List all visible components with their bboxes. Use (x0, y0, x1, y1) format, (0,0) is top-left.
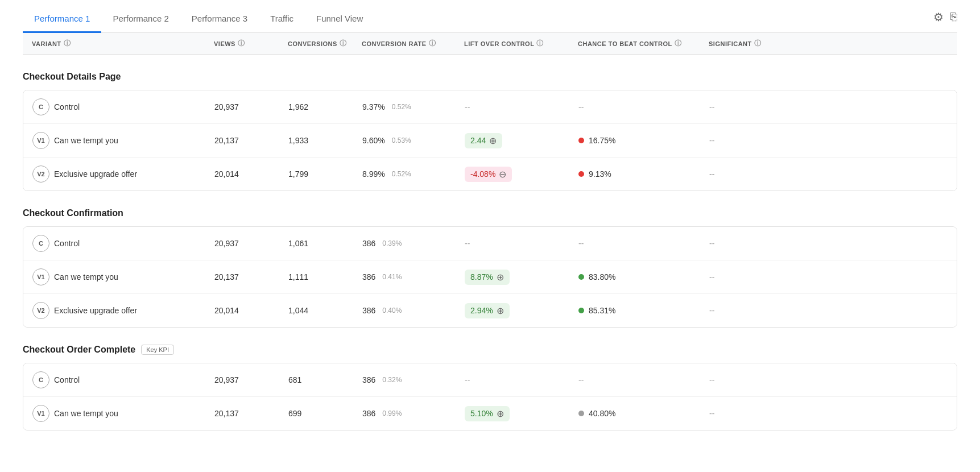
lift-up-icon[interactable]: ⊕ (489, 135, 497, 146)
variant-info-icon[interactable]: ⓘ (64, 39, 71, 48)
rows-container: CControl20,9371,9629.37%0.52%------V1Can… (23, 90, 957, 191)
rows-container: CControl20,9371,0613860.39%------V1Can w… (23, 226, 957, 328)
col-header-chance: CHANCE TO BEAT CONTROL ⓘ (569, 39, 700, 48)
views-cell: 20,137 (205, 136, 279, 145)
table-row: CControl20,9371,9629.37%0.52%------ (23, 90, 957, 124)
settings-icon[interactable]: ⚙ (933, 10, 944, 24)
significant-cell: -- (700, 169, 791, 179)
tab-bar: Performance 1 Performance 2 Performance … (23, 0, 957, 33)
variant-badge: V2 (32, 165, 49, 183)
chance-dot-red (578, 171, 584, 177)
lift-up-icon[interactable]: ⊕ (497, 408, 504, 419)
variant-badge: V1 (32, 405, 49, 422)
table-row: V1Can we tempt you20,1376993860.99%5.10%… (23, 397, 957, 430)
tab-performance-1[interactable]: Performance 1 (23, 6, 101, 33)
significant-cell: -- (700, 272, 791, 281)
lift-badge: 2.44⊕ (465, 133, 502, 148)
conversions-cell: 1,933 (279, 136, 353, 145)
table-row: V2Exclusive upgrade offer20,0141,7998.99… (23, 158, 957, 191)
variant-name: Control (54, 239, 80, 248)
variant-name: Control (54, 375, 80, 384)
lift-up-icon[interactable]: ⊕ (497, 272, 504, 283)
lift-down-icon[interactable]: ⊖ (499, 169, 506, 180)
conversions-cell: 1,111 (279, 272, 353, 281)
col-header-views: VIEWS ⓘ (205, 39, 279, 48)
col-header-conv-rate: CONVERSION RATE ⓘ (353, 39, 455, 48)
lift-cell: -4.08%⊖ (456, 167, 569, 182)
variant-cell: V1Can we tempt you (23, 132, 205, 149)
table-row: V1Can we tempt you20,1371,1113860.41%8.8… (23, 260, 957, 294)
significant-cell: -- (700, 102, 791, 111)
conv-rate-cell: 3860.39% (353, 239, 456, 248)
tab-performance-3[interactable]: Performance 3 (180, 6, 259, 33)
col-header-variant: VARIANT ⓘ (23, 39, 205, 48)
tab-performance-2[interactable]: Performance 2 (101, 6, 180, 33)
lift-cell: -- (456, 239, 569, 248)
conv-rate-cell: 3860.41% (353, 272, 456, 281)
lift-badge: 5.10%⊕ (465, 406, 510, 421)
lift-badge: 2.94%⊕ (465, 303, 510, 318)
variant-badge: V1 (32, 132, 49, 149)
col-header-conversions: CONVERSIONS ⓘ (279, 39, 353, 48)
views-cell: 20,937 (205, 375, 279, 384)
chance-info-icon[interactable]: ⓘ (675, 39, 682, 48)
variant-cell: V2Exclusive upgrade offer (23, 302, 205, 319)
lift-info-icon[interactable]: ⓘ (536, 39, 544, 48)
significant-cell: -- (700, 306, 791, 315)
variant-name: Can we tempt you (54, 136, 118, 145)
significant-cell: -- (700, 409, 791, 418)
conversions-cell: 1,061 (279, 239, 353, 248)
views-cell: 20,137 (205, 272, 279, 281)
views-cell: 20,014 (205, 169, 279, 179)
conversions-cell: 699 (279, 409, 353, 418)
chance-cell: 9.13% (569, 169, 700, 179)
section-checkout-order-complete: Checkout Order CompleteKey KPICControl20… (23, 339, 957, 430)
significant-cell: -- (700, 136, 791, 145)
chance-cell: 16.75% (569, 136, 700, 145)
lift-cell: -- (456, 102, 569, 111)
table-header: VARIANT ⓘ VIEWS ⓘ CONVERSIONS ⓘ CONVERSI… (23, 33, 957, 55)
views-cell: 20,014 (205, 306, 279, 315)
conversions-cell: 1,799 (279, 169, 353, 179)
chance-dot-green (578, 308, 584, 313)
tab-traffic[interactable]: Traffic (259, 6, 305, 33)
tab-funnel-view[interactable]: Funnel View (305, 6, 374, 33)
table-row: CControl20,9376813860.32%------ (23, 363, 957, 397)
chance-cell: 85.31% (569, 306, 700, 315)
rows-container: CControl20,9376813860.32%------V1Can we … (23, 363, 957, 430)
views-info-icon[interactable]: ⓘ (238, 39, 245, 48)
chance-dot-gray (578, 411, 584, 416)
lift-cell: 8.87%⊕ (456, 270, 569, 285)
key-kpi-badge: Key KPI (141, 345, 174, 355)
conv-rate-cell: 8.99%0.52% (353, 169, 456, 179)
lift-up-icon[interactable]: ⊕ (497, 305, 504, 316)
conversions-info-icon[interactable]: ⓘ (340, 39, 347, 48)
chance-cell: -- (569, 102, 700, 111)
variant-badge: C (32, 98, 49, 115)
conv-rate-cell: 3860.40% (353, 306, 456, 315)
section-checkout-confirmation: Checkout ConfirmationCControl20,9371,061… (23, 202, 957, 328)
lift-badge: 8.87%⊕ (465, 270, 510, 285)
section-checkout-details: Checkout Details PageCControl20,9371,962… (23, 66, 957, 191)
conversions-cell: 1,962 (279, 102, 353, 111)
chance-dot-green (578, 274, 584, 280)
variant-badge: C (32, 371, 49, 388)
significant-cell: -- (700, 239, 791, 248)
conv-rate-info-icon[interactable]: ⓘ (429, 39, 436, 48)
lift-cell: 5.10%⊕ (456, 406, 569, 421)
significant-info-icon[interactable]: ⓘ (754, 39, 762, 48)
variant-name: Exclusive upgrade offer (54, 169, 137, 179)
tab-actions: ⚙ ⎘ (933, 10, 957, 28)
chance-dot-red (578, 138, 584, 143)
views-cell: 20,937 (205, 239, 279, 248)
conv-rate-cell: 3860.99% (353, 409, 456, 418)
chance-cell: 83.80% (569, 272, 700, 281)
significant-cell: -- (700, 375, 791, 384)
variant-badge: V1 (32, 268, 49, 285)
section-title: Checkout Details Page (23, 66, 957, 90)
variant-name: Exclusive upgrade offer (54, 306, 137, 315)
variant-name: Control (54, 102, 80, 111)
sections-container: Checkout Details PageCControl20,9371,962… (23, 66, 957, 430)
export-icon[interactable]: ⎘ (950, 10, 957, 23)
conv-rate-cell: 9.37%0.52% (353, 102, 456, 111)
